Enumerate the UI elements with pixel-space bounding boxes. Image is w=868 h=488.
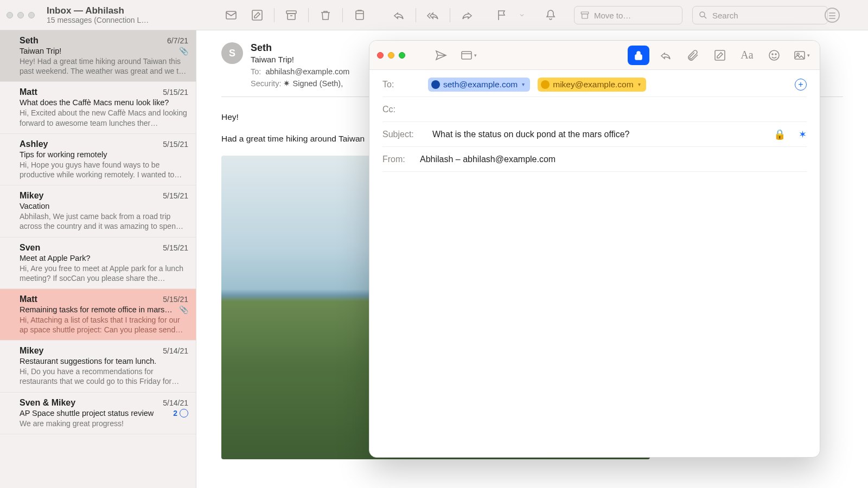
- cc-row[interactable]: Cc:: [382, 97, 807, 122]
- from-row[interactable]: From: Abhilash – abhilash@example.com: [382, 147, 807, 172]
- move-to-placeholder: Move to…: [594, 11, 631, 20]
- attachment-icon: 📎: [179, 47, 188, 55]
- flag-menu-button[interactable]: [516, 5, 527, 25]
- attach-button[interactable]: [682, 46, 704, 65]
- message-row[interactable]: Sven5/15/21 Meet at Apple Park? Hi, Are …: [0, 237, 196, 289]
- reply-all-button[interactable]: [422, 5, 444, 25]
- message-preview: Hi, Are you free to meet at Apple park f…: [20, 264, 188, 283]
- close-window-button[interactable]: [7, 12, 13, 18]
- svg-rect-4: [356, 11, 363, 20]
- message-date: 5/14/21: [163, 399, 188, 407]
- message-subject: What does the Caffè Macs menu look like?: [20, 98, 169, 107]
- verified-icon: [431, 80, 440, 89]
- compose-zoom-button[interactable]: [399, 52, 405, 59]
- message-row[interactable]: Mikey5/15/21 Vacation Abhilash, We just …: [0, 185, 196, 237]
- from-label: From:: [382, 155, 412, 164]
- message-subject: Remaining tasks for remote office in mar…: [20, 305, 173, 314]
- reply-button[interactable]: [387, 5, 410, 25]
- svg-rect-3: [288, 14, 295, 20]
- message-sender: Sven & Mikey: [20, 398, 75, 408]
- cc-label: Cc:: [382, 105, 420, 114]
- message-preview: Hey! Had a great time hiking around Taiw…: [20, 56, 188, 76]
- message-row[interactable]: Ashley5/15/21 Tips for working remotely …: [0, 134, 196, 185]
- zoom-window-button[interactable]: [28, 12, 35, 18]
- move-to-select[interactable]: Move to…: [574, 6, 682, 24]
- subject-row[interactable]: Subject: What is the status on duck pond…: [382, 122, 807, 147]
- format-button[interactable]: Aa: [736, 46, 758, 65]
- message-preview: Hi, Do you have a recommendations for re…: [20, 367, 188, 386]
- compose-traffic-lights: [377, 52, 405, 59]
- window-title-stack: Inbox — Abhilash 15 messages (Connection…: [47, 5, 149, 25]
- get-mail-button[interactable]: [220, 5, 242, 25]
- reading-subject: Taiwan Trip!: [251, 55, 349, 64]
- security-value: Signed (Seth),: [292, 79, 343, 88]
- message-date: 5/15/21: [163, 140, 188, 149]
- svg-point-7: [700, 12, 705, 17]
- message-sender: Matt: [20, 87, 37, 97]
- message-subject: Taiwan Trip!: [20, 47, 61, 55]
- message-row[interactable]: Matt5/15/21 What does the Caffè Macs men…: [0, 82, 196, 133]
- separator: [416, 8, 416, 22]
- window-subtitle: 15 messages (Connection L…: [47, 16, 149, 24]
- archive-button[interactable]: [280, 5, 303, 25]
- search-field[interactable]: Search: [692, 6, 828, 24]
- message-list[interactable]: Seth6/7/21 Taiwan Trip!📎 Hey! Had a grea…: [0, 30, 196, 488]
- message-date: 5/15/21: [163, 295, 188, 304]
- svg-point-13: [775, 54, 776, 55]
- compose-body[interactable]: [369, 174, 820, 429]
- photo-browser-button[interactable]: ▾: [790, 46, 812, 65]
- subject-label: Subject:: [382, 130, 425, 139]
- message-subject: Restaurant suggestions for team lunch.: [20, 357, 156, 365]
- separator: [274, 8, 275, 22]
- send-button[interactable]: [430, 46, 452, 65]
- message-date: 5/14/21: [163, 346, 188, 355]
- message-row[interactable]: Sven & Mikey5/14/21 AP Space shuttle pro…: [0, 393, 196, 434]
- svg-rect-8: [462, 52, 471, 59]
- delete-button[interactable]: [314, 5, 337, 25]
- mute-button[interactable]: [539, 5, 562, 25]
- svg-rect-1: [252, 10, 262, 20]
- svg-point-11: [769, 50, 779, 60]
- message-preview: Hi, Excited about the new Caffè Macs and…: [20, 108, 188, 127]
- sender-avatar[interactable]: S: [221, 42, 243, 64]
- compose-header-fields: To: seth@example.com▾ mikey@example.com▾…: [369, 70, 820, 174]
- attachment-icon: 📎: [179, 305, 188, 314]
- markup-button[interactable]: [709, 46, 731, 65]
- security-label: Security:: [251, 79, 281, 88]
- add-recipient-button[interactable]: +: [795, 79, 807, 91]
- compose-close-button[interactable]: [377, 52, 384, 59]
- message-date: 5/15/21: [163, 243, 188, 252]
- subject-value: What is the status on duck pond at the m…: [432, 130, 629, 139]
- to-row[interactable]: To: seth@example.com▾ mikey@example.com▾…: [382, 72, 807, 97]
- reading-from: Seth: [251, 42, 349, 54]
- search-icon: [698, 10, 708, 20]
- separator: [308, 8, 309, 22]
- svg-rect-9: [635, 55, 642, 60]
- emoji-button[interactable]: [763, 46, 785, 65]
- header-fields-button[interactable]: ▾: [457, 46, 479, 65]
- flag-button[interactable]: [490, 5, 513, 25]
- from-value: Abhilash – abhilash@example.com: [420, 155, 556, 164]
- compose-button[interactable]: [246, 5, 269, 25]
- lock-icon: 🔒: [774, 129, 786, 140]
- forward-button[interactable]: [456, 5, 478, 25]
- reply-header-button[interactable]: [655, 46, 676, 65]
- to-value: abhilash@example.com: [265, 67, 349, 76]
- recipient-chip[interactable]: mikey@example.com▾: [538, 78, 646, 92]
- minimize-window-button[interactable]: [17, 12, 24, 18]
- message-row[interactable]: Matt5/15/21 Remaining tasks for remote o…: [0, 289, 196, 341]
- message-preview: Abhilash, We just came back from a road …: [20, 211, 188, 231]
- message-preview: Hi, Hope you guys have found ways to be …: [20, 160, 188, 179]
- message-sender: Matt: [20, 294, 37, 304]
- message-row[interactable]: Mikey5/14/21 Restaurant suggestions for …: [0, 341, 196, 392]
- svg-rect-0: [226, 11, 236, 19]
- message-subject: Meet at Apple Park?: [20, 254, 91, 262]
- junk-button[interactable]: [348, 5, 371, 25]
- message-preview: We are making great progress!: [20, 419, 188, 428]
- encrypt-toggle[interactable]: [628, 46, 649, 65]
- message-sender: Seth: [20, 36, 39, 46]
- compose-minimize-button[interactable]: [388, 52, 394, 59]
- recipient-chip[interactable]: seth@example.com▾: [428, 78, 530, 92]
- message-row[interactable]: Seth6/7/21 Taiwan Trip!📎 Hey! Had a grea…: [0, 30, 196, 82]
- to-label: To:: [382, 80, 420, 89]
